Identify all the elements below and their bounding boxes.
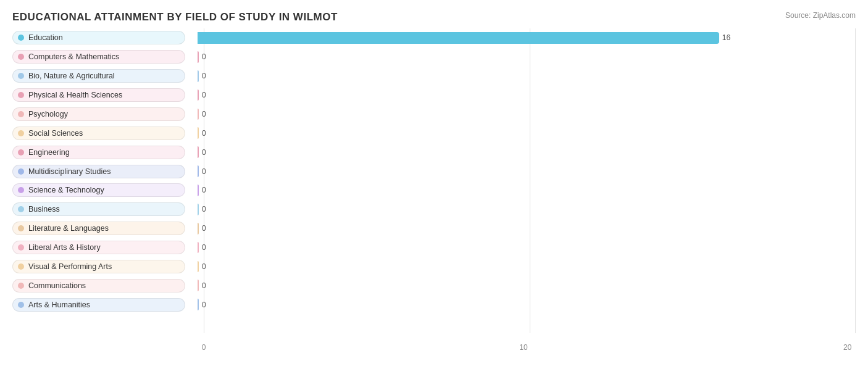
bar-pill: Education bbox=[12, 31, 185, 44]
bar-label: Science & Technology bbox=[28, 186, 104, 194]
bar-track: 16 bbox=[198, 30, 856, 46]
bar-label-pill: Education bbox=[12, 31, 198, 44]
bar-fill bbox=[198, 146, 199, 158]
bar-value: 0 bbox=[202, 186, 206, 194]
bar-fill bbox=[198, 165, 199, 177]
bar-label-pill: Physical & Health Sciences bbox=[12, 88, 198, 102]
bar-pill: Business bbox=[12, 202, 185, 216]
bar-value: 0 bbox=[202, 281, 206, 290]
bar-row: Education 16 bbox=[12, 28, 856, 48]
bar-value: 0 bbox=[202, 72, 206, 80]
bar-track: 0 bbox=[198, 296, 856, 313]
bar-fill bbox=[198, 280, 199, 291]
bar-label: Liberal Arts & History bbox=[28, 243, 101, 252]
pill-dot bbox=[18, 187, 24, 193]
bar-label-pill: Multidisciplinary Studies bbox=[12, 165, 198, 178]
bar-label-pill: Arts & Humanities bbox=[12, 298, 198, 312]
bar-label-pill: Visual & Performing Arts bbox=[12, 260, 198, 273]
bar-label: Computers & Mathematics bbox=[28, 52, 119, 61]
bar-pill: Multidisciplinary Studies bbox=[12, 165, 185, 178]
bar-row: Arts & Humanities 0 bbox=[12, 295, 856, 314]
bar-value: 0 bbox=[202, 129, 206, 138]
bar-pill: Visual & Performing Arts bbox=[12, 260, 185, 273]
bar-value: 0 bbox=[202, 148, 206, 157]
bar-label-pill: Communications bbox=[12, 279, 198, 292]
bar-track: 0 bbox=[198, 106, 856, 123]
bar-track: 0 bbox=[198, 125, 856, 141]
bar-label: Physical & Health Sciences bbox=[28, 91, 122, 99]
bar-label-pill: Psychology bbox=[12, 107, 198, 121]
bar-pill: Engineering bbox=[12, 146, 185, 159]
bar-label: Arts & Humanities bbox=[28, 301, 90, 309]
bars-area: Education 16 Computers & Mathematics 0 B… bbox=[12, 28, 856, 333]
x-axis: 01020 bbox=[204, 343, 856, 352]
bar-track: 0 bbox=[198, 182, 856, 199]
bar-label: Education bbox=[28, 33, 63, 42]
bar-value: 0 bbox=[202, 167, 206, 176]
bar-value: 0 bbox=[202, 110, 206, 118]
pill-dot bbox=[18, 302, 24, 308]
bar-row: Multidisciplinary Studies 0 bbox=[12, 162, 856, 181]
bar-row: Communications 0 bbox=[12, 276, 856, 295]
pill-dot bbox=[18, 92, 24, 98]
bar-row: Visual & Performing Arts 0 bbox=[12, 257, 856, 276]
bar-fill bbox=[198, 32, 719, 44]
bar-label: Business bbox=[28, 205, 60, 214]
bar-row: Bio, Nature & Agricultural 0 bbox=[12, 67, 856, 86]
bar-label-pill: Business bbox=[12, 202, 198, 216]
bar-label: Social Sciences bbox=[28, 129, 83, 138]
bar-fill bbox=[198, 51, 199, 63]
bar-fill bbox=[198, 223, 199, 234]
bar-track: 0 bbox=[198, 259, 856, 275]
bar-value: 0 bbox=[202, 224, 206, 233]
bar-track: 0 bbox=[198, 49, 856, 65]
bar-label-pill: Literature & Languages bbox=[12, 222, 198, 235]
x-tick: 20 bbox=[843, 343, 851, 352]
pill-dot bbox=[18, 168, 24, 175]
bar-pill: Arts & Humanities bbox=[12, 298, 185, 312]
bar-row: Physical & Health Sciences 0 bbox=[12, 86, 856, 105]
bar-label-pill: Bio, Nature & Agricultural bbox=[12, 69, 198, 83]
bar-track: 0 bbox=[198, 68, 856, 85]
bar-pill: Psychology bbox=[12, 107, 185, 121]
bar-fill bbox=[198, 127, 199, 139]
chart-source: Source: ZipAtlas.com bbox=[785, 11, 856, 20]
bar-pill: Liberal Arts & History bbox=[12, 241, 185, 254]
bar-row: Science & Technology 0 bbox=[12, 181, 856, 200]
bar-track: 0 bbox=[198, 239, 856, 256]
bar-pill: Computers & Mathematics bbox=[12, 50, 185, 64]
pill-dot bbox=[18, 244, 24, 251]
pill-dot bbox=[18, 54, 24, 60]
bar-label: Engineering bbox=[28, 148, 70, 157]
bar-fill bbox=[198, 204, 199, 215]
bar-row: Social Sciences 0 bbox=[12, 123, 856, 143]
pill-dot bbox=[18, 206, 24, 212]
bar-pill: Physical & Health Sciences bbox=[12, 88, 185, 102]
bar-track: 0 bbox=[198, 144, 856, 160]
bar-track: 0 bbox=[198, 163, 856, 180]
bar-label-pill: Engineering bbox=[12, 146, 198, 159]
bar-fill bbox=[198, 89, 199, 101]
bar-value: 0 bbox=[202, 91, 206, 99]
bar-label-pill: Computers & Mathematics bbox=[12, 50, 198, 64]
chart-title: EDUCATIONAL ATTAINMENT BY FIELD OF STUDY… bbox=[12, 11, 856, 23]
pill-dot bbox=[18, 149, 24, 156]
bar-value: 0 bbox=[202, 262, 206, 271]
bar-pill: Bio, Nature & Agricultural bbox=[12, 69, 185, 83]
bar-fill bbox=[198, 261, 199, 273]
pill-dot bbox=[18, 225, 24, 231]
bar-fill bbox=[198, 70, 199, 82]
bar-track: 0 bbox=[198, 87, 856, 104]
pill-dot bbox=[18, 283, 24, 289]
bar-label: Literature & Languages bbox=[28, 224, 109, 233]
bar-row: Business 0 bbox=[12, 200, 856, 219]
bar-label-pill: Science & Technology bbox=[12, 183, 198, 197]
bar-pill: Literature & Languages bbox=[12, 222, 185, 235]
bar-label-pill: Social Sciences bbox=[12, 127, 198, 140]
bar-pill: Communications bbox=[12, 279, 185, 292]
chart-container: EDUCATIONAL ATTAINMENT BY FIELD OF STUDY… bbox=[0, 0, 868, 390]
bar-value: 0 bbox=[202, 243, 206, 252]
bar-track: 0 bbox=[198, 220, 856, 237]
bar-row: Literature & Languages 0 bbox=[12, 219, 856, 238]
bar-label: Communications bbox=[28, 281, 86, 290]
